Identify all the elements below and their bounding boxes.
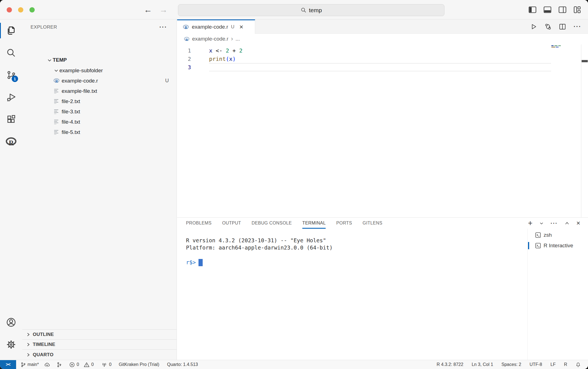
encoding-status[interactable]: UTF-8 <box>529 362 542 367</box>
section-label: OUTLINE <box>33 332 54 337</box>
zoom-window-button[interactable] <box>29 7 35 13</box>
panel-more-actions[interactable]: ··· <box>551 220 558 226</box>
forward-button[interactable]: → <box>159 5 168 14</box>
tree-item-file-3-txt[interactable]: file-3.txt <box>22 106 177 117</box>
close-window-button[interactable] <box>7 7 12 13</box>
editor-scrollbar[interactable] <box>581 44 581 217</box>
commit-graph-button[interactable] <box>56 362 62 368</box>
breadcrumb[interactable]: R example-code.r › ... <box>177 34 588 44</box>
tab-example-code-r[interactable]: R example-code.r U × <box>177 19 255 34</box>
terminal-item-r-interactive[interactable]: R Interactive <box>528 240 588 251</box>
activity-source-control[interactable]: 1 <box>0 64 22 86</box>
panel-tab-terminal[interactable]: TERMINAL <box>302 218 326 229</box>
source-control-badge: 1 <box>12 76 18 82</box>
quarto-status[interactable]: Quarto: 1.4.513 <box>167 362 198 367</box>
tab-git-badge: U <box>231 24 234 30</box>
overview-ruler-cursor-mark <box>582 60 588 62</box>
run-file-button[interactable] <box>530 23 537 30</box>
toggle-secondary-sidebar-icon[interactable] <box>559 6 566 13</box>
explorer-more-actions[interactable]: ··· <box>159 26 167 29</box>
code-line-2[interactable]: 2 print(x) <box>177 55 588 63</box>
tree-item-example-file-txt[interactable]: example-file.txt <box>22 86 177 96</box>
panel-tab-debug-console[interactable]: DEBUG CONSOLE <box>252 218 292 229</box>
text-file-icon <box>53 109 60 114</box>
activity-bar: 1 R <box>0 19 22 360</box>
split-editor-icon[interactable] <box>559 24 566 30</box>
breadcrumb-file[interactable]: example-code.r <box>192 36 228 42</box>
commit-graph-icon <box>56 362 62 368</box>
gitkraken-label: GitKraken Pro (Trial) <box>119 362 159 367</box>
tree-item-file-4-txt[interactable]: file-4.txt <box>22 117 177 127</box>
section-timeline[interactable]: TIMELINE <box>22 339 177 349</box>
text-file-icon <box>53 89 60 93</box>
panel-tab-gitlens[interactable]: GITLENS <box>363 218 382 229</box>
remote-indicator[interactable]: >< <box>0 360 16 369</box>
svg-text:R: R <box>55 79 58 83</box>
activity-explorer[interactable] <box>0 19 22 42</box>
panel-tab-output[interactable]: OUTPUT <box>222 218 241 229</box>
gitkraken-status[interactable]: GitKraken Pro (Trial) <box>119 362 159 367</box>
minimap[interactable] <box>551 45 563 48</box>
breadcrumb-separator: › <box>231 35 233 43</box>
svg-text:R: R <box>185 38 188 41</box>
cursor-position-status[interactable]: Ln 3, Col 1 <box>472 362 493 367</box>
r-logo-icon: R <box>5 137 17 146</box>
editor-more-actions[interactable]: ··· <box>574 25 581 28</box>
publish-changes-button[interactable] <box>44 362 50 368</box>
tab-close-button[interactable]: × <box>239 24 243 30</box>
open-changes-icon[interactable] <box>545 23 551 30</box>
section-quarto[interactable]: QUARTO <box>22 349 177 360</box>
branch-icon <box>21 362 26 368</box>
panel-tab-problems[interactable]: PROBLEMS <box>186 218 212 229</box>
toggle-primary-sidebar-icon[interactable] <box>529 6 536 13</box>
section-label: QUARTO <box>33 352 54 358</box>
sidebar-title: EXPLORER <box>31 24 159 30</box>
quarto-label: Quarto: 1.4.513 <box>167 362 198 367</box>
r-session-status[interactable]: R 4.3.2: 8722 <box>437 362 463 367</box>
terminal-icon <box>535 243 541 249</box>
activity-extensions[interactable] <box>0 108 22 131</box>
back-button[interactable]: ← <box>144 5 152 14</box>
tree-item-file-2-txt[interactable]: file-2.txt <box>22 96 177 106</box>
maximize-panel-icon[interactable] <box>565 221 569 226</box>
file-tree: TEMP example-subfolder R example-code.r … <box>22 55 177 137</box>
language-mode-status[interactable]: R <box>564 362 567 367</box>
errors-icon <box>69 362 75 368</box>
eol-status[interactable]: LF <box>551 362 556 367</box>
problems-status[interactable]: 0 0 <box>69 362 94 368</box>
activity-r-extension[interactable]: R <box>0 131 22 153</box>
customize-layout-icon[interactable] <box>574 6 581 13</box>
ports-status[interactable]: 0 <box>101 362 112 368</box>
close-panel-button[interactable]: × <box>576 219 580 227</box>
files-icon <box>6 26 16 35</box>
tree-item-file-5-txt[interactable]: file-5.txt <box>22 127 177 137</box>
tree-root-temp[interactable]: TEMP <box>22 55 177 65</box>
activity-run-debug[interactable] <box>0 86 22 108</box>
tree-item-example-subfolder[interactable]: example-subfolder <box>22 65 177 76</box>
terminal-dropdown-chevron-icon[interactable] <box>539 221 544 225</box>
breadcrumb-symbol[interactable]: ... <box>235 36 240 42</box>
command-center-search[interactable]: temp <box>178 4 444 16</box>
settings-button[interactable] <box>0 333 22 356</box>
code-line-3-current[interactable]: 3 <box>177 63 588 71</box>
code-editor[interactable]: 1 x <- 2 + 2 2 print(x) 3 <box>177 44 588 71</box>
minimize-window-button[interactable] <box>18 7 23 13</box>
code-token: <- <box>212 47 226 54</box>
section-outline[interactable]: OUTLINE <box>22 329 177 339</box>
accounts-button[interactable] <box>0 311 22 333</box>
tree-item-example-code-r[interactable]: R example-code.r U <box>22 76 177 86</box>
terminal-line: Platform: aarch64-apple-darwin23.0.0 (64… <box>186 244 527 251</box>
search-icon <box>6 48 16 58</box>
toggle-panel-icon[interactable] <box>544 6 551 13</box>
terminal-output[interactable]: R version 4.3.2 (2023-10-31) -- "Eye Hol… <box>177 229 527 360</box>
indentation-status[interactable]: Spaces: 2 <box>501 362 521 367</box>
explorer-sidebar: EXPLORER ··· TEMP example-subfolder R ex… <box>22 19 177 360</box>
panel-tab-ports[interactable]: PORTS <box>336 218 352 229</box>
notifications-bell-icon[interactable] <box>576 362 581 368</box>
chevron-down-icon <box>46 58 53 63</box>
new-terminal-button[interactable]: + <box>528 220 532 226</box>
code-line-1[interactable]: 1 x <- 2 + 2 <box>177 46 588 55</box>
git-branch-status[interactable]: main* <box>21 362 39 368</box>
terminal-item-zsh[interactable]: zsh <box>528 230 588 240</box>
activity-search[interactable] <box>0 42 22 64</box>
